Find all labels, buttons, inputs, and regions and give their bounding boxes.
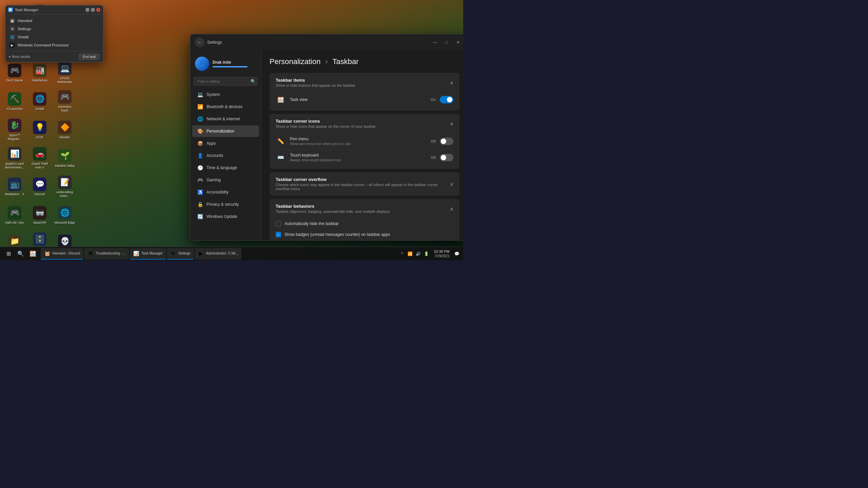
sidebar-item-privacy[interactable]: 🔒 Privacy & security [192,199,259,210]
taskbar-app-task-manager[interactable]: 📊 Task Manager [130,248,166,260]
more-details-button[interactable]: ▾ More details [9,55,30,59]
touch-keyboard-toggle[interactable] [440,154,453,161]
user-profile[interactable]: 👤 Drak inite [190,53,261,74]
sidebar-item-personalization[interactable]: 🎨 Personalization [192,125,259,137]
taskbar-corner-overflow-header[interactable]: Taskbar corner overflow Choose which ico… [270,172,459,196]
task-view-button[interactable]: 🪟 [27,248,39,260]
show-all-displays-row: Show my taskbar on all displays [276,240,453,240]
battery-tray-icon[interactable]: 🔋 [423,248,430,260]
icon-mediamon[interactable]: 📺 MediaMon... 5 [3,174,26,200]
breadcrumb-separator: › [326,57,328,66]
auto-hide-checkbox[interactable] [276,221,281,226]
personalization-icon: 🎨 [197,128,203,134]
minimize-button[interactable]: — [85,8,90,12]
start-button[interactable]: ⊞ [3,248,14,260]
process-vivaldi[interactable]: 🌐 Vivaldi [5,33,103,41]
sidebar-item-system[interactable]: 💻 System [192,89,259,100]
icon-spyro[interactable]: 🐉 Spyro™ Reignite... [3,117,26,143]
clock[interactable]: 10:39 PM 7/29/2021 [432,249,452,258]
taskbar-app-cmd[interactable]: ▶ Administrator: C:\W... [195,248,241,260]
sidebar-item-time[interactable]: 🕐 Time & language [192,162,259,174]
close-button[interactable]: ✕ [453,38,463,47]
volume-tray-icon[interactable]: 🔊 [415,248,422,260]
taskbar-behaviors-header[interactable]: Taskbar behaviors Taskbar alignment, bad… [270,199,459,218]
icon-dont-starve[interactable]: 🎮 Don't Starve [3,60,26,86]
accounts-icon: 👤 [197,152,203,159]
sidebar-item-bluetooth[interactable]: 📶 Bluetooth & devices [192,101,259,113]
icon-benchmark[interactable]: 📊 graphics card benchmarks... [3,145,26,171]
process-settings[interactable]: ⚙ Settings [5,25,103,33]
taskbar-behaviors-card: Taskbar behaviors Taskbar alignment, bad… [270,199,459,240]
taskbar-items-body: 🪟 Task view On [270,92,459,110]
maximize-button[interactable]: □ [442,38,451,47]
settings-body: 👤 Drak inite 🔍 💻 System 📶 Blueto [190,50,463,240]
settings-main: Personalization › Taskbar Taskbar items … [261,50,463,240]
sidebar-label-time: Time & language [206,165,237,170]
taskbar-behaviors-subtitle: Taskbar alignment, badging, automaticall… [276,209,390,214]
time-icon: 🕐 [197,165,203,171]
sidebar-label-apps: Apps [206,141,216,146]
apps-icon: 📦 [197,140,203,146]
icon-satisfactory[interactable]: 🏭 Satisfactory [28,60,52,86]
icon-icue[interactable]: 💡 iCUE [28,117,52,143]
taskbar-behaviors-body: Automatically hide the taskbar Show badg… [270,218,459,240]
icon-undervolting[interactable]: 📝 undervolting notes... [53,174,77,200]
show-badges-checkbox[interactable] [276,232,281,237]
search-button[interactable]: 🔍 [15,248,26,260]
icon-steamvr[interactable]: 🥽 SteamVR [28,202,52,228]
icon-vivaldi[interactable]: 🌐 Vivaldi [28,88,52,115]
show-badges-row: Show badges (unread messages counter) on… [276,229,453,240]
task-manager-icon: 📊 [8,7,13,12]
process-cmd[interactable]: ▶ Windows Command Processor [5,41,103,49]
notification-icon[interactable]: 💬 [453,248,460,260]
end-task-button[interactable]: End task [79,54,100,60]
close-button[interactable]: ✕ [96,8,100,12]
task-view-toggle[interactable] [440,96,453,103]
icon-ms-edge[interactable]: 🌐 Microsoft Edge [53,202,77,228]
sidebar-label-gaming: Gaming [206,178,221,182]
network-tray-icon[interactable]: 📶 [407,248,414,260]
sidebar-item-gaming[interactable]: 🎮 Gaming [192,174,259,186]
auto-hide-row: Automatically hide the taskbar [276,218,453,229]
touch-keyboard-row: ⌨️ Touch keyboard Always show touch keyb… [276,149,453,165]
taskbar-items-header[interactable]: Taskbar items Show or hide buttons that … [270,73,459,92]
tray-up-icon[interactable]: ^ [398,248,406,260]
search-input[interactable] [194,77,258,86]
icon-stardew[interactable]: 🌱 Stardew Valley [53,145,77,171]
sidebar-label-update: Windows Update [206,214,237,219]
sidebar-item-windows-update[interactable]: 🔄 Windows Update [192,211,259,222]
minimize-button[interactable]: — [430,38,440,47]
window-controls: — □ ✕ [430,38,463,47]
pen-menu-row: ✏️ Pen menu Show pen menu icon when pen … [276,133,453,149]
taskbar-app-troubleshooting[interactable]: 🛠 Troubleshooting - ... [84,248,129,260]
pen-menu-toggle[interactable] [440,138,453,145]
process-hamsket[interactable]: 🐹 Hamsket [5,17,103,25]
hamsket-icon: 🐹 [9,18,15,23]
icon-half-life[interactable]: 🎮 Half-Life: Alyx [3,202,26,228]
icon-discord[interactable]: 💬 Discord [28,174,52,200]
keyboard-icon: ⌨️ [276,154,286,162]
sidebar-item-apps[interactable]: 📦 Apps [192,138,259,149]
taskbar-corner-icons-header[interactable]: Taskbar corner icons Show or hide icons … [270,114,459,133]
icon-atlauncher[interactable]: ⛏️ ATLauncher [3,88,26,115]
sidebar-label-privacy: Privacy & security [206,202,239,207]
sidebar-item-network[interactable]: 🌐 Network & internet [192,113,259,125]
icon-geometry-dash[interactable]: 🎮 Geometry Dash [53,88,77,115]
update-icon: 🔄 [197,214,203,220]
taskbar-app-settings[interactable]: ⚙ Settings [167,248,194,260]
sidebar-item-accounts[interactable]: 👤 Accounts [192,150,259,161]
icon-blender[interactable]: 🔶 blender [53,117,77,143]
taskbar-app-hamsket[interactable]: 🐹 Hamsket - Discord [41,248,83,260]
maximize-button[interactable]: □ [91,8,95,12]
search-button[interactable]: 🔍 [251,79,256,84]
sidebar-item-accessibility[interactable]: ♿ Accessibility [192,186,259,198]
back-button[interactable]: ← [195,38,204,47]
process-name: Windows Command Processor [18,43,69,47]
system-icon: 💻 [197,92,203,98]
pen-menu-desc: Show pen menu icon when pen is in use [290,142,351,146]
icon-gta5[interactable]: 🚗 Grand Theft Auto V [28,145,52,171]
troubleshoot-taskbar-icon: 🛠 [87,250,94,257]
icon-cpuid[interactable]: 💻 CPUID HWMonitor [53,60,77,86]
process-list: 🐹 Hamsket ⚙ Settings 🌐 Vivaldi ▶ Windows… [5,15,103,51]
task-view-row: 🪟 Task view On [276,92,453,107]
